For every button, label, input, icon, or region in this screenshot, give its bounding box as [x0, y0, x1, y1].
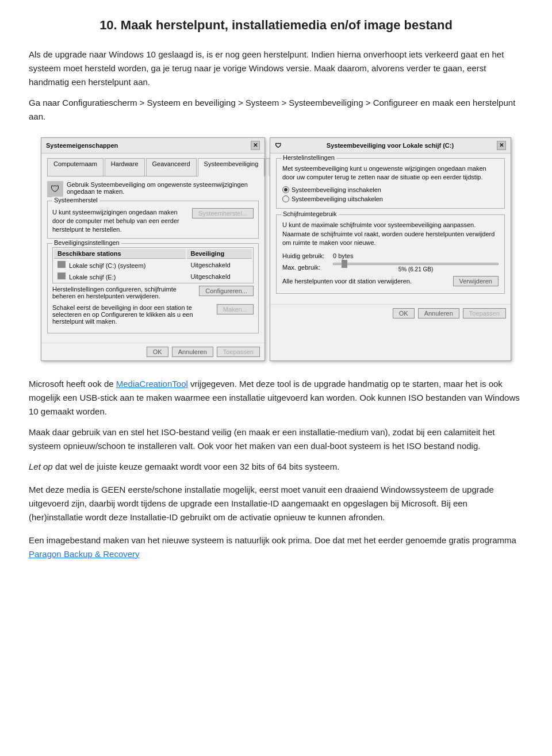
herstel-inst-text: Met systeembeveiliging kunt u ongewenste…	[282, 164, 499, 182]
configureer-button[interactable]: Configureren...	[199, 286, 254, 296]
dialog2-body: Herstelinstellingen Met systeembeveiligi…	[270, 153, 511, 304]
paragraph-5: Let op dat wel de juiste keuze gemaakt w…	[29, 460, 523, 474]
shield-icon: 🛡	[47, 181, 63, 197]
paragraph-4: Maak daar gebruik van en stel het ISO-be…	[29, 425, 523, 453]
radio-uitschakelen[interactable]	[282, 195, 289, 202]
verwijder-button[interactable]: Verwijderen	[453, 276, 499, 286]
drive-icon	[57, 261, 66, 268]
schijf-label: Schijfruimtegebruik	[281, 210, 339, 217]
radio-uitschakelen-row[interactable]: Systeembeveiliging uitschakelen	[282, 195, 499, 202]
slider-track[interactable]	[333, 263, 499, 265]
p5-rest: dat wel de juiste keuze gemaakt wordt vo…	[53, 462, 340, 471]
systeemherstel-button[interactable]: Systeemherstel...	[192, 208, 254, 218]
dialog1-title: Systeemeigenschappen	[46, 142, 118, 149]
p7-text: Een imagebestand maken van het nieuwe sy…	[29, 535, 516, 545]
paragraph-2: Ga naar Configuratiescherm > Systeem en …	[29, 96, 523, 124]
dialog2-titlebar: 🛡 Systeembeveiliging voor Lokale schijf …	[270, 138, 511, 153]
drives-table: Beschikbare stations Beveiliging Lokale …	[52, 247, 254, 283]
page-title: 10. Maak herstelpunt, installatiemedia e…	[29, 17, 523, 34]
dialog2-toepassen-button[interactable]: Toepassen	[463, 308, 506, 318]
maken-button[interactable]: Maken...	[217, 304, 254, 314]
mediacreationtool-link[interactable]: MediaCreationTool	[116, 379, 188, 389]
dialog-systeemeigenschappen: Systeemeigenschappen ✕ Computernaam Hard…	[41, 137, 265, 361]
dialog1-annuleren-button[interactable]: Annuleren	[172, 347, 213, 357]
herstel-inst-section: Herstelinstellingen Met systeembeveiligi…	[276, 158, 505, 209]
radio-uitschakelen-label: Systeembeveiliging uitschakelen	[292, 195, 383, 202]
drive-icon	[57, 273, 66, 279]
tab-systeembeveiliging[interactable]: Systeembeveiliging	[198, 158, 265, 176]
p3-pre: Microsoft heeft ook de	[29, 379, 116, 389]
systeemherstel-section: Systeemherstel U kunt systeemwijzigingen…	[47, 201, 259, 239]
huidig-label: Huidig gebruik:	[282, 252, 328, 259]
status-e: Uitgeschakeld	[187, 271, 252, 282]
dialog2-title: Systeembeveiliging voor Lokale schijf (C…	[327, 142, 454, 149]
protect-description: Gebruik Systeembeveiliging om ongewenste…	[67, 181, 259, 195]
dialog1-close-button[interactable]: ✕	[251, 141, 260, 150]
max-gebruik-row: Max. gebruik: 5% (6.21 GB)	[282, 263, 499, 273]
paragraph-6: Met deze media is GEEN eerste/schone ins…	[29, 483, 523, 524]
maken-text: Schakel eerst de beveiliging in door een…	[52, 304, 212, 325]
schijf-section: Schijfruimtegebruik U kunt de maximale s…	[276, 214, 505, 293]
slider-thumb[interactable]	[342, 260, 347, 268]
systeemherstel-text: U kunt systeemwijzigingen ongedaan maken…	[52, 208, 187, 235]
dialog2-annuleren-button[interactable]: Annuleren	[418, 308, 459, 318]
huidig-value: 0 bytes	[333, 252, 353, 259]
beveiliging-section: Beveiligingsinstellingen Beschikbare sta…	[47, 243, 259, 333]
paragraph-3: Microsoft heeft ook de MediaCreationTool…	[29, 377, 523, 419]
verwijder-text: Alle herstelpunten voor dit station verw…	[282, 278, 412, 285]
configureer-row: Herstelinstellingen configureren, schijf…	[52, 286, 254, 300]
slider-area: 5% (6.21 GB)	[333, 263, 499, 273]
dialog1-footer: OK Annuleren Toepassen	[41, 343, 264, 360]
dialog1-body: Computernaam Hardware Geavanceerd Systee…	[41, 153, 264, 343]
max-label: Max. gebruik:	[282, 264, 328, 271]
maken-row: Schakel eerst de beveiliging in door een…	[52, 304, 254, 325]
configureer-text: Herstelinstellingen configureren, schijf…	[52, 286, 194, 300]
beveiliging-label: Beveiligingsinstellingen	[52, 239, 121, 246]
tab-computernaam[interactable]: Computernaam	[47, 158, 103, 176]
dialog2-ok-button[interactable]: OK	[393, 308, 415, 318]
table-row: Lokale schijf (C:) (systeem) Uitgeschake…	[54, 260, 252, 270]
screenshots-row: Systeemeigenschappen ✕ Computernaam Hard…	[29, 137, 523, 361]
dialog1-titlebar: Systeemeigenschappen ✕	[41, 138, 264, 153]
systeemherstel-label: Systeemherstel	[52, 197, 99, 204]
dialog2-title-icon: 🛡	[275, 142, 281, 149]
tab-hardware[interactable]: Hardware	[105, 158, 145, 176]
schijf-text: U kunt de maximale schijfruimte voor sys…	[282, 221, 499, 247]
radio-inschakelen[interactable]	[282, 186, 289, 193]
drive-e: Lokale schijf (E:)	[54, 271, 186, 282]
p5-italic: Let op	[29, 462, 53, 471]
col-beveiliging: Beveiliging	[187, 249, 252, 259]
dialog2-close-button[interactable]: ✕	[497, 141, 506, 150]
huidig-gebruik-row: Huidig gebruik: 0 bytes	[282, 252, 499, 259]
drive-c: Lokale schijf (C:) (systeem)	[54, 260, 186, 270]
radio-inschakelen-row[interactable]: Systeembeveiliging inschakelen	[282, 186, 499, 193]
tab-geavanceerd[interactable]: Geavanceerd	[146, 158, 197, 176]
radio-inschakelen-label: Systeembeveiliging inschakelen	[292, 186, 381, 193]
dialog1-tabs: Computernaam Hardware Geavanceerd Systee…	[47, 158, 259, 176]
paragon-link[interactable]: Paragon Backup & Recovery	[29, 549, 140, 559]
dialog-systeembeveiliging: 🛡 Systeembeveiliging voor Lokale schijf …	[270, 137, 511, 361]
paragraph-1: Als de upgrade naar Windows 10 geslaagd …	[29, 48, 523, 89]
protect-text-row: 🛡 Gebruik Systeembeveiliging om ongewens…	[47, 181, 259, 197]
col-stations: Beschikbare stations	[54, 249, 186, 259]
verwijder-row: Alle herstelpunten voor dit station verw…	[282, 276, 499, 286]
paragraph-7: Een imagebestand maken van het nieuwe sy…	[29, 534, 523, 561]
status-c: Uitgeschakeld	[187, 260, 252, 270]
dialog1-toepassen-button[interactable]: Toepassen	[217, 347, 260, 357]
dialog1-ok-button[interactable]: OK	[147, 347, 168, 357]
herstel-inst-label: Herstelinstellingen	[281, 154, 336, 161]
table-row: Lokale schijf (E:) Uitgeschakeld	[54, 271, 252, 282]
dialog2-footer: OK Annuleren Toepassen	[270, 304, 511, 322]
systeemherstel-row: U kunt systeemwijzigingen ongedaan maken…	[52, 208, 254, 235]
slider-pct-label: 5% (6.21 GB)	[333, 266, 499, 273]
